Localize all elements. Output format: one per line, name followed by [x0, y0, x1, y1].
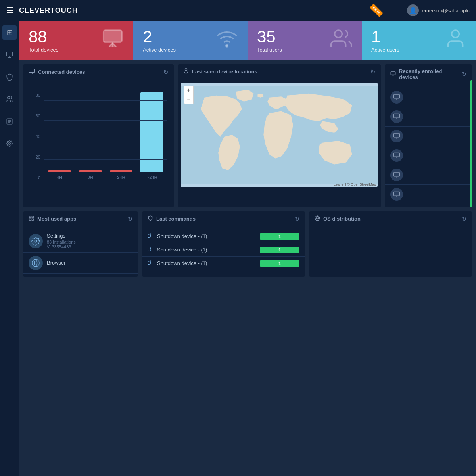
device-icon: [390, 188, 403, 201]
device-icon: [390, 169, 403, 181]
main-layout: ⊞ 88 Total devices: [0, 21, 476, 476]
svg-rect-28: [394, 192, 400, 196]
command-bar: 1: [260, 233, 299, 240]
device-icon: [390, 149, 403, 162]
app-list: Settings 83 installationsV. 33554433: [23, 226, 138, 277]
last-commands-title: Last commands: [156, 216, 196, 222]
sidebar-item-dashboard[interactable]: ⊞: [2, 25, 17, 40]
svg-rect-22: [394, 133, 400, 137]
enrolled-refresh[interactable]: ↻: [462, 71, 466, 77]
svg-point-1: [8, 96, 10, 99]
svg-rect-18: [394, 94, 400, 98]
bar-24h: 24H: [110, 170, 133, 180]
list-item: [385, 185, 472, 204]
list-item: [385, 88, 472, 107]
monitor-icon: [29, 68, 35, 76]
bar-4h-fill: [48, 170, 71, 172]
os-refresh[interactable]: ↻: [462, 216, 466, 222]
app-meta: 83 installationsV. 33554433: [47, 240, 132, 249]
svg-point-10: [335, 30, 342, 38]
active-devices-number: 2: [143, 29, 176, 45]
most-used-apps-panel: Most used apps ↻ Settings: [23, 211, 138, 277]
active-devices-label: Active devices: [143, 47, 176, 53]
device-icon: [390, 130, 403, 142]
bars-container: 4H 8H 24H >24H: [44, 93, 167, 180]
user-email: emerson@saharaplc: [422, 8, 470, 13]
svg-rect-15: [391, 71, 395, 75]
power-icon: [148, 260, 153, 267]
scroll-indicator: [470, 80, 472, 207]
os-distribution-panel: OS distribution ↻: [309, 211, 472, 277]
menu-icon[interactable]: ☰: [6, 6, 13, 15]
map-panel: Last seen device locations ↻ + −: [178, 64, 381, 207]
beta-badge: BETA: [370, 4, 383, 17]
user-profile[interactable]: 👤 emerson@saharaplc: [407, 4, 470, 16]
connected-devices-title: Connected devices: [38, 69, 85, 75]
command-name: Shutdown device - (1): [157, 233, 256, 239]
list-item: [385, 146, 472, 165]
last-commands-panel: Last commands ↻ Shutdown device - (1): [142, 211, 305, 277]
command-bar: 1: [260, 247, 299, 253]
recently-enrolled-panel: Recently enrolled devices ↻: [385, 64, 472, 207]
device-icon: [390, 110, 403, 123]
grid-line-60: [44, 120, 167, 121]
apps-icon: [29, 215, 34, 222]
map-zoom-in[interactable]: +: [184, 86, 193, 95]
connected-devices-header: Connected devices ↻: [23, 64, 174, 80]
last-commands-header: Last commands ↻: [142, 211, 305, 226]
active-users-icon: [444, 27, 466, 54]
enrolled-icon: [390, 71, 396, 78]
map-title: Last seen device locations: [192, 69, 257, 75]
power-icon: [148, 233, 153, 240]
stat-active-users: 1 Active users: [362, 21, 476, 60]
commands-refresh[interactable]: ↻: [295, 216, 299, 222]
sidebar-item-devices[interactable]: [2, 48, 17, 62]
svg-rect-33: [29, 219, 31, 220]
list-item: Settings 83 installationsV. 33554433: [23, 230, 138, 253]
svg-point-9: [226, 45, 228, 47]
command-bar-container: 1: [260, 260, 299, 267]
avatar: 👤: [407, 4, 419, 16]
list-item: Shutdown device - (1) 1: [142, 243, 305, 257]
most-used-apps-title: Most used apps: [37, 216, 76, 222]
panels-row: Connected devices ↻ 80 60 40 20 0: [19, 60, 476, 211]
command-bar: 1: [260, 260, 299, 267]
list-item: Shutdown device - (1) 1: [142, 257, 305, 270]
bar-gt24h: >24H: [140, 92, 163, 180]
most-used-apps-header: Most used apps ↻: [23, 211, 138, 226]
total-devices-label: Total devices: [29, 47, 58, 53]
sidebar-item-security[interactable]: [2, 70, 17, 84]
recently-enrolled-title: Recently enrolled devices: [399, 68, 462, 80]
command-bar-container: 1: [260, 247, 299, 253]
stat-active-devices: 2 Active devices: [133, 21, 248, 60]
svg-point-11: [452, 30, 459, 38]
sidebar: ⊞: [0, 21, 19, 476]
command-name: Shutdown device - (1): [157, 247, 256, 253]
map-zoom-controls: + −: [184, 86, 194, 104]
sidebar-item-reports[interactable]: [2, 114, 17, 129]
connected-devices-refresh[interactable]: ↻: [163, 69, 168, 75]
map-refresh[interactable]: ↻: [370, 69, 375, 75]
location-icon: [183, 68, 189, 75]
commands-icon: [148, 215, 153, 222]
apps-refresh[interactable]: ↻: [128, 216, 132, 222]
recently-enrolled-header: Recently enrolled devices ↻: [385, 64, 472, 84]
map-header: Last seen device locations ↻: [178, 64, 381, 79]
bottom-row: Most used apps ↻ Settings: [19, 211, 476, 281]
total-users-icon: [330, 27, 352, 54]
device-icon: [390, 91, 403, 104]
sidebar-item-settings[interactable]: [2, 136, 17, 151]
map-zoom-out[interactable]: −: [184, 95, 193, 104]
app-name: Browser: [47, 260, 132, 266]
command-bar-container: 1: [260, 233, 299, 240]
list-item: [385, 107, 472, 127]
sidebar-item-users[interactable]: [2, 92, 17, 106]
svg-rect-7: [104, 30, 122, 42]
y-axis: 80 60 40 20 0: [29, 93, 40, 180]
svg-rect-31: [32, 216, 33, 218]
command-name: Shutdown device - (1): [157, 260, 256, 266]
svg-point-13: [185, 70, 187, 71]
svg-rect-0: [7, 52, 13, 56]
svg-rect-12: [29, 69, 34, 73]
world-map-svg: [181, 83, 378, 187]
